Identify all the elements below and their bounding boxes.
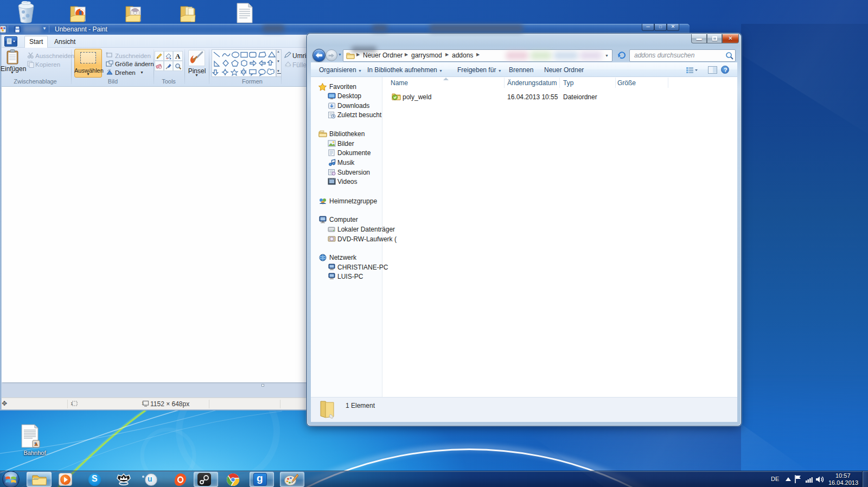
svg-text:1: 1 [71, 401, 73, 406]
svg-text:1: 1 [142, 401, 144, 406]
